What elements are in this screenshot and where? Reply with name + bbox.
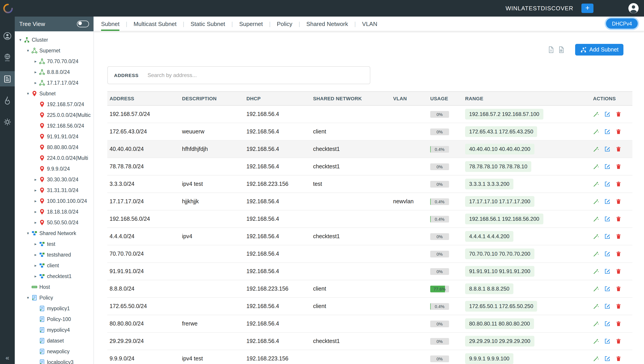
tab-multicast-subnet[interactable]: Multicast Subnet xyxy=(134,17,176,31)
chevron-right-icon[interactable]: ▸ xyxy=(33,210,38,214)
delete-icon[interactable] xyxy=(616,321,622,327)
tree-item-224-0-0-0-24-multi[interactable]: 224.0.0.0/24(Multi xyxy=(15,153,94,163)
chevron-right-icon[interactable]: ▸ xyxy=(33,59,38,64)
wand-icon[interactable] xyxy=(593,355,599,362)
delete-icon[interactable] xyxy=(616,355,622,362)
chevron-down-icon[interactable]: ▾ xyxy=(18,38,23,42)
tree-item-80-80-80-0-24[interactable]: 80.80.80.0/24 xyxy=(15,142,94,153)
tree-item-localpolicy3[interactable]: localpolicy3 xyxy=(15,357,94,364)
delete-icon[interactable] xyxy=(616,111,622,117)
edit-icon[interactable] xyxy=(604,198,610,205)
tree-item-192-168-56-0-24[interactable]: 192.168.56.0/24 xyxy=(15,120,94,131)
user-icon[interactable] xyxy=(0,28,15,43)
tree-item-mypolicy4[interactable]: mypolicy4 xyxy=(15,325,94,335)
dns-icon[interactable]: DNS xyxy=(0,50,15,65)
tree-item-30-30-30-0-24[interactable]: ▸30.30.30.0/24 xyxy=(15,174,94,185)
edit-icon[interactable] xyxy=(604,216,610,222)
chevron-right-icon[interactable]: ▸ xyxy=(33,70,38,74)
wand-icon[interactable] xyxy=(593,338,599,344)
wand-icon[interactable] xyxy=(593,251,599,257)
table-row[interactable]: 192.168.56.0/24 192.168.56.4 0.4% 192.16… xyxy=(107,211,632,228)
chevron-right-icon[interactable]: ▸ xyxy=(33,220,38,225)
wand-icon[interactable] xyxy=(593,198,599,205)
wand-icon[interactable] xyxy=(593,163,599,170)
collapse-sidebar-button[interactable]: « xyxy=(0,354,15,361)
table-row[interactable]: 172.65.43.0/24 weuuerw 192.168.56.4 clie… xyxy=(107,123,632,141)
delete-icon[interactable] xyxy=(616,198,622,205)
tree-item-testshared[interactable]: ▸testshared xyxy=(15,249,94,260)
edit-icon[interactable] xyxy=(604,321,610,327)
tree-item-client[interactable]: ▸client xyxy=(15,260,94,271)
wand-icon[interactable] xyxy=(593,146,599,152)
address-search-input[interactable] xyxy=(147,72,370,79)
tree-item-91-91-91-0-24[interactable]: 91.91.91.0/24 xyxy=(15,131,94,142)
tree-item-policy[interactable]: ▾Policy xyxy=(15,292,94,303)
user-avatar[interactable] xyxy=(628,3,639,14)
delete-icon[interactable] xyxy=(616,338,622,344)
tree-item-70-70-70-0-24[interactable]: ▸70.70.70.0/24 xyxy=(15,56,94,67)
delete-icon[interactable] xyxy=(616,163,622,170)
edit-icon[interactable] xyxy=(604,111,610,117)
chevron-down-icon[interactable]: ▾ xyxy=(25,48,31,53)
delete-icon[interactable] xyxy=(616,268,622,274)
tree-item-8-8-8-0-24[interactable]: ▸8.8.8.0/24 xyxy=(15,67,94,77)
delete-icon[interactable] xyxy=(616,216,622,222)
wand-icon[interactable] xyxy=(593,286,599,292)
delete-icon[interactable] xyxy=(616,146,622,152)
table-row[interactable]: 4.4.4.0/24 ipv4 192.168.56.4 checktest1 … xyxy=(107,228,632,245)
wand-icon[interactable] xyxy=(593,216,599,222)
tree-item-newpolicy[interactable]: newpolicy xyxy=(15,346,94,357)
protocol-toggle-button[interactable]: DHCPv4 xyxy=(606,18,638,29)
edit-icon[interactable] xyxy=(604,268,610,274)
edit-icon[interactable] xyxy=(604,163,610,170)
tree-item-dataset[interactable]: dataset xyxy=(15,335,94,346)
delete-icon[interactable] xyxy=(616,286,622,292)
table-row[interactable]: 172.65.50.0/24 192.168.56.4 client 0.4% … xyxy=(107,298,632,315)
wand-icon[interactable] xyxy=(593,128,599,135)
tree-item-checktest1[interactable]: ▸checktest1 xyxy=(15,271,94,282)
tree-item-subnet[interactable]: ▾Subnet xyxy=(15,88,94,99)
chevron-right-icon[interactable]: ▸ xyxy=(33,81,38,85)
tab-vlan[interactable]: VLAN xyxy=(362,17,377,31)
chevron-down-icon[interactable]: ▾ xyxy=(25,231,31,236)
table-row[interactable]: 9.9.9.0/24 ipv4 test 192.168.223.156 0% … xyxy=(107,350,632,364)
tree-item-18-18-18-0-24[interactable]: ▸18.18.18.0/24 xyxy=(15,206,94,217)
tab-static-subnet[interactable]: Static Subnet xyxy=(190,17,225,31)
table-row[interactable]: 78.78.78.0/24 192.168.56.4 checktest1 0%… xyxy=(107,158,632,175)
export-pdf-icon[interactable] xyxy=(547,46,555,54)
chevron-down-icon[interactable]: ▾ xyxy=(25,295,31,300)
tab-policy[interactable]: Policy xyxy=(277,17,292,31)
edit-icon[interactable] xyxy=(604,286,610,292)
tree-item-192-168-57-0-24[interactable]: 192.168.57.0/24 xyxy=(15,99,94,110)
table-row[interactable]: 40.40.40.0/24 hfhfdhjfdjh 192.168.56.4 c… xyxy=(107,141,632,158)
edit-icon[interactable] xyxy=(604,338,610,344)
chevron-right-icon[interactable]: ▸ xyxy=(33,274,38,278)
tree-item-cluster[interactable]: ▾Cluster xyxy=(15,35,94,45)
edit-icon[interactable] xyxy=(604,251,610,257)
tree-item-31-31-31-0-24[interactable]: ▸31.31.31.0/24 xyxy=(15,185,94,196)
table-row[interactable]: 29.29.29.0/24 192.168.56.4 checktest1 0%… xyxy=(107,333,632,350)
tab-shared-network[interactable]: Shared Network xyxy=(306,17,348,31)
edit-icon[interactable] xyxy=(604,355,610,362)
tree-item-shared-network[interactable]: ▾Shared Network xyxy=(15,228,94,239)
edit-icon[interactable] xyxy=(604,128,610,135)
chevron-right-icon[interactable]: ▸ xyxy=(33,242,38,246)
tab-supernet[interactable]: Supernet xyxy=(239,17,263,31)
add-server-button[interactable]: + xyxy=(582,4,594,13)
chevron-right-icon[interactable]: ▸ xyxy=(33,263,38,268)
tree-item-mypolicy1[interactable]: mypolicy1 xyxy=(15,303,94,314)
table-row[interactable]: 70.70.70.0/24 192.168.56.4 0% 70.70.70.1… xyxy=(107,245,632,263)
tree-item-225-0-0-0-24-multic[interactable]: 225.0.0.0/24(Multic xyxy=(15,110,94,120)
add-subnet-button[interactable]: Add Subnet xyxy=(575,44,624,56)
chevron-right-icon[interactable]: ▸ xyxy=(33,253,38,257)
wand-icon[interactable] xyxy=(593,181,599,187)
edit-icon[interactable] xyxy=(604,233,610,240)
tree-item-test[interactable]: ▸test xyxy=(15,239,94,249)
table-row[interactable]: 8.8.8.0/24 192.168.223.156 client 77.6% … xyxy=(107,280,632,298)
chevron-right-icon[interactable]: ▸ xyxy=(33,188,38,193)
tree-view-toggle[interactable] xyxy=(77,21,89,27)
table-row[interactable]: 192.168.57.0/24 192.168.56.4 0% 192.168.… xyxy=(107,106,632,123)
tab-subnet[interactable]: Subnet xyxy=(101,17,120,31)
tree-item-17-17-17-0-24[interactable]: ▸17.17.17.0/24 xyxy=(15,77,94,88)
table-row[interactable]: 17.17.17.0/24 hjjkhjjk 192.168.56.4 newv… xyxy=(107,193,632,211)
